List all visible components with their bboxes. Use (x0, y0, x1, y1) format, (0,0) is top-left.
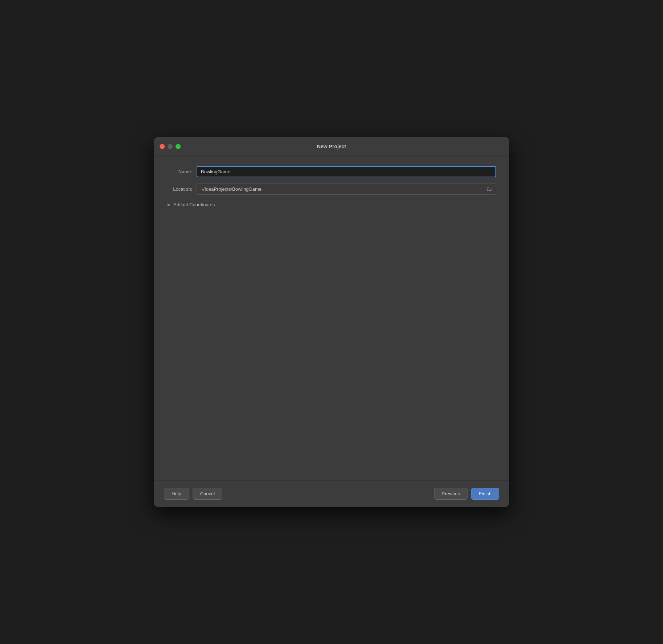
location-field[interactable]: ~/IdeaProjects/BowlingGame 🗂 (197, 183, 496, 195)
dialog-content: Name: Location: ~/IdeaProjects/BowlingGa… (154, 156, 509, 480)
title-bar: New Project (154, 137, 509, 156)
finish-button[interactable]: Finish (471, 488, 499, 500)
window-title: New Project (317, 144, 346, 149)
artifact-section: ▶ Artifact Coordinates (167, 202, 496, 207)
location-row: Location: ~/IdeaProjects/BowlingGame 🗂 (167, 183, 496, 195)
footer: Help Cancel Previous Finish (154, 480, 509, 507)
maximize-button[interactable] (176, 144, 181, 149)
new-project-dialog: New Project Name: Location: ~/IdeaProjec… (154, 137, 509, 507)
name-label: Name: (167, 169, 192, 174)
help-button[interactable]: Help (164, 488, 189, 500)
minimize-button[interactable] (168, 144, 173, 149)
location-label: Location: (167, 186, 192, 192)
footer-right-buttons: Previous Finish (434, 488, 499, 500)
location-value: ~/IdeaProjects/BowlingGame (201, 186, 486, 192)
artifact-coordinates-label[interactable]: Artifact Coordinates (173, 202, 215, 207)
chevron-right-icon[interactable]: ▶ (168, 202, 170, 207)
name-row: Name: (167, 166, 496, 177)
footer-left-buttons: Help Cancel (164, 488, 222, 500)
browse-folder-icon[interactable]: 🗂 (486, 186, 492, 192)
name-input[interactable] (197, 166, 496, 177)
content-spacer (167, 213, 496, 470)
cancel-button[interactable]: Cancel (193, 488, 222, 500)
previous-button[interactable]: Previous (434, 488, 468, 500)
close-button[interactable] (160, 144, 165, 149)
traffic-lights (160, 144, 181, 149)
